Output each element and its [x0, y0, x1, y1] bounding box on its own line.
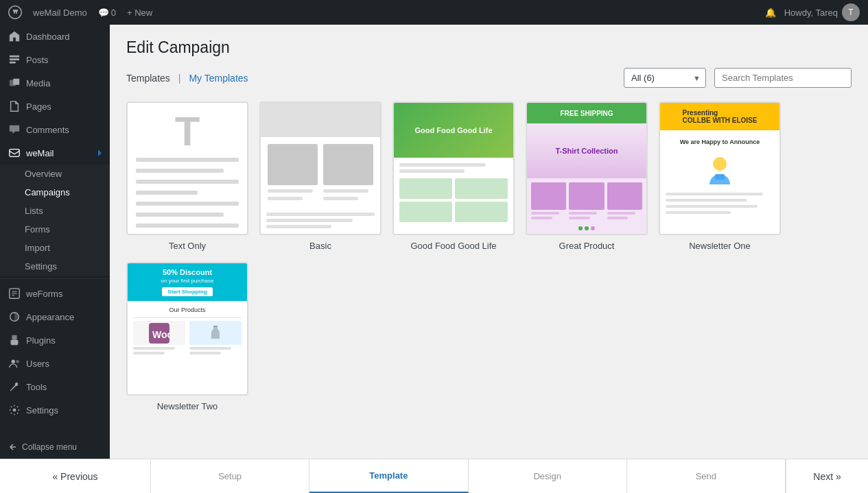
sidebar-item-campaigns[interactable]: Campaigns [0, 183, 110, 202]
template-card-newsletter-two[interactable]: 50% Discount on your first purchase Star… [126, 262, 248, 411]
sidebar-item-lists[interactable]: Lists [0, 202, 110, 220]
new-content-link[interactable]: + New [127, 8, 152, 18]
filter-select-wrap: All (6) ▼ [624, 68, 706, 88]
template-thumb-newsletter-one: PresentingCOLLBE WITH ELOISE We are Happ… [659, 101, 781, 235]
comments-icon [8, 123, 21, 136]
template-tabs: Templates | My Templates [126, 73, 248, 84]
sidebar-item-users[interactable]: Users [0, 352, 110, 375]
woo-icon: Woo [149, 323, 169, 344]
admin-bar-right: 🔔 Howdy, Tareq T [765, 3, 860, 21]
template-filter-area: All (6) ▼ [624, 68, 852, 88]
template-card-newsletter-one[interactable]: PresentingCOLLBE WITH ELOISE We are Happ… [659, 101, 781, 251]
sidebar-item-weforms[interactable]: weForms [0, 282, 110, 305]
wemail-submenu: Overview Campaigns Lists Forms Import Se… [0, 165, 110, 276]
sidebar-item-plugins[interactable]: Plugins [0, 328, 110, 352]
template-name-great-product: Great Product [526, 241, 648, 251]
templates-grid: T Text Only [126, 101, 852, 411]
wizard-footer: « Previous Setup Template Design Send Ne… [0, 459, 868, 493]
svg-point-12 [713, 157, 727, 171]
page-title: Edit Campaign [126, 38, 852, 57]
template-header: Templates | My Templates All (6) ▼ [126, 68, 852, 88]
template-filter-select[interactable]: All (6) [624, 68, 706, 88]
sidebar-item-comments[interactable]: Comments [0, 118, 110, 141]
illustration-icon [703, 154, 737, 188]
search-templates-input[interactable] [714, 68, 852, 88]
collapse-icon [8, 442, 18, 452]
template-card-good-food[interactable]: Good Food Good Life [392, 101, 515, 251]
sidebar-item-posts[interactable]: Posts [0, 48, 110, 71]
comment-bubble[interactable]: 💬 0 [98, 8, 116, 18]
howdy-text: Howdy, Tareq T [784, 3, 860, 21]
sidebar-item-wemail[interactable]: weMail [0, 141, 110, 165]
collapse-menu-button[interactable]: Collapse menu [0, 435, 110, 459]
svg-rect-1 [10, 58, 19, 60]
template-name-basic: Basic [259, 241, 382, 251]
my-templates-tab[interactable]: My Templates [189, 73, 248, 84]
template-thumb-newsletter-two: 50% Discount on your first purchase Star… [126, 262, 248, 396]
weforms-icon [8, 287, 21, 300]
sidebar-item-tools[interactable]: Tools [0, 375, 110, 398]
svg-point-11 [13, 409, 16, 412]
posts-icon [8, 53, 21, 66]
admin-bar-left: weMail Demo 💬 0 + New [8, 5, 754, 19]
template-card-great-product[interactable]: FREE SHIPPING T-Shirt Collection [526, 101, 648, 251]
svg-point-9 [12, 360, 15, 363]
users-icon [8, 357, 21, 370]
svg-point-10 [16, 360, 19, 363]
svg-rect-8 [12, 335, 16, 340]
svg-rect-13 [715, 174, 725, 180]
sidebar-item-forms[interactable]: Forms [0, 220, 110, 239]
wemail-icon [8, 147, 21, 159]
template-name-newsletter-two: Newsletter Two [126, 401, 248, 411]
sidebar-divider [0, 278, 110, 279]
notification-icon[interactable]: 🔔 [765, 8, 776, 18]
plugins-icon [8, 334, 21, 346]
wizard-step-template: Template [309, 459, 468, 493]
sidebar-item-dashboard[interactable]: Dashboard [0, 25, 110, 48]
sidebar-item-settings[interactable]: Settings [0, 257, 110, 276]
wp-logo-icon[interactable] [8, 5, 22, 19]
templates-tab-label: Templates [126, 73, 170, 84]
previous-button[interactable]: « Previous [0, 459, 151, 493]
template-card-basic[interactable]: Basic [259, 101, 382, 251]
template-name-text-only: Text Only [126, 241, 248, 251]
sidebar-item-pages[interactable]: Pages [0, 95, 110, 118]
next-button[interactable]: Next » [786, 459, 868, 493]
wizard-step-setup: Setup [151, 459, 309, 493]
svg-rect-2 [10, 62, 16, 64]
dashboard-icon [8, 30, 21, 43]
template-thumb-basic [259, 101, 382, 235]
site-name-link[interactable]: weMail Demo [33, 8, 87, 18]
pages-icon [8, 100, 21, 112]
wizard-step-send: Send [627, 459, 786, 493]
wizard-steps: Setup Template Design Send [151, 459, 786, 493]
wemail-arrow [98, 149, 102, 156]
svg-rect-4 [13, 79, 19, 85]
sidebar: Dashboard Posts Media Pages Comments weM… [0, 25, 110, 459]
wizard-step-design: Design [469, 459, 627, 493]
sidebar-item-appearance[interactable]: Appearance [0, 305, 110, 328]
app-body: Dashboard Posts Media Pages Comments weM… [0, 25, 868, 459]
sidebar-item-overview[interactable]: Overview [0, 165, 110, 183]
template-thumb-good-food: Good Food Good Life [392, 101, 515, 235]
svg-rect-0 [10, 56, 19, 58]
sidebar-item-import[interactable]: Import [0, 239, 110, 257]
svg-text:Woo: Woo [152, 329, 169, 340]
admin-bar: weMail Demo 💬 0 + New 🔔 Howdy, Tareq T [0, 0, 868, 25]
comment-icon: 💬 [98, 8, 109, 18]
template-thumb-great-product: FREE SHIPPING T-Shirt Collection [526, 101, 648, 235]
template-name-newsletter-one: Newsletter One [659, 241, 781, 251]
sidebar-item-settings-main[interactable]: Settings [0, 398, 110, 422]
template-name-good-food: Good Food Good Life [392, 241, 515, 251]
appearance-icon [8, 311, 21, 323]
sidebar-item-media[interactable]: Media [0, 71, 110, 95]
main-content: Edit Campaign Templates | My Templates A… [110, 25, 868, 459]
settings-icon [8, 404, 21, 416]
template-card-text-only[interactable]: T Text Only [126, 101, 248, 251]
media-icon [8, 77, 21, 89]
avatar: T [842, 3, 860, 21]
svg-rect-5 [10, 149, 19, 157]
template-thumb-text-only: T [126, 101, 248, 235]
bottle-icon [205, 323, 226, 344]
tools-icon [8, 381, 21, 393]
